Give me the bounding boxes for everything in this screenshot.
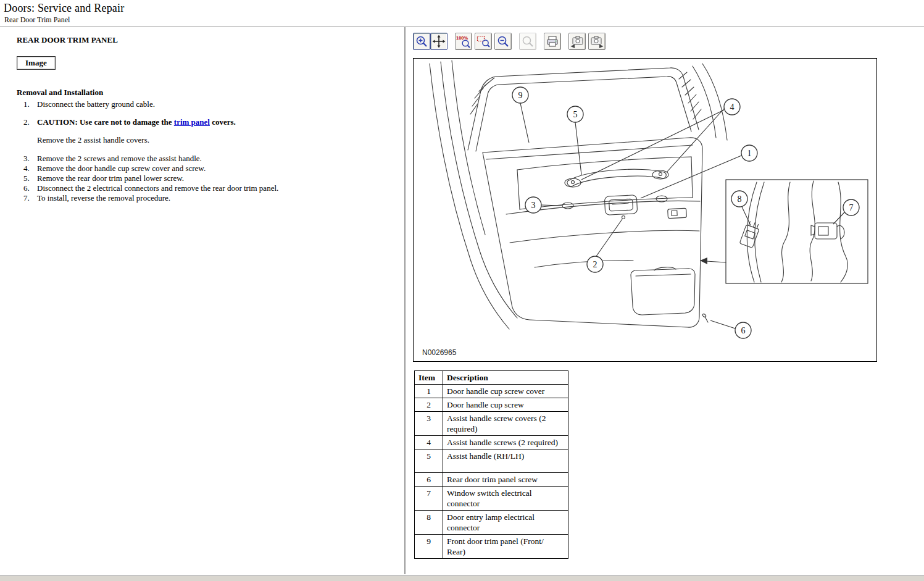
step-number: 6. [23, 183, 37, 193]
zoom-out-button[interactable] [494, 33, 512, 50]
parts-legend-table: Item Description 1 Door handle cup screw… [414, 370, 568, 559]
zoom-out-icon [496, 35, 510, 48]
assist-handle-screw-covers [562, 196, 667, 209]
step-number: 2. [23, 117, 37, 153]
zoom-in-button[interactable] [413, 33, 430, 50]
zoom-window-icon [477, 35, 490, 48]
previous-image-button[interactable] [568, 33, 586, 50]
table-header-row: Item Description [415, 371, 568, 385]
step-text: Remove the 2 screws and remove the assis… [37, 154, 386, 163]
callout-9: 9 [512, 87, 529, 143]
page-title: Doors: Service and Repair [4, 2, 924, 15]
zoom-100-icon: 100% [456, 35, 471, 48]
svg-text:3: 3 [531, 201, 536, 210]
trim-panel-link[interactable]: trim panel [174, 117, 210, 127]
step-number: 5. [23, 173, 37, 183]
page-subtitle: Rear Door Trim Panel [4, 15, 924, 25]
previous-image-icon [570, 35, 585, 48]
print-button[interactable] [544, 33, 561, 50]
part-desc-cell: Door handle cup screw cover [443, 385, 568, 398]
procedure-steps: 1. Disconnect the battery ground cable. … [23, 99, 386, 203]
table-row: 8 Door entry lamp electrical connector [415, 511, 568, 535]
trim-panel-screw [702, 314, 708, 322]
print-icon [546, 35, 559, 48]
image-viewer-pane: 100% [406, 27, 924, 574]
zoom-window-button[interactable] [475, 33, 492, 50]
part-item-cell: 8 [415, 511, 443, 535]
part-item-cell: 5 [415, 449, 443, 473]
part-item-cell: 3 [415, 412, 443, 436]
lower-panel [535, 261, 695, 315]
door-trim-diagram: 1 2 3 4 [414, 59, 876, 361]
callout-6: 6 [710, 320, 751, 338]
part-item-cell: 9 [415, 535, 443, 559]
svg-text:2: 2 [593, 260, 597, 269]
part-desc-cell: Rear door trim panel screw [443, 473, 568, 487]
callout-2: 2 [587, 219, 622, 272]
svg-text:8: 8 [738, 194, 742, 204]
door-handle-cup [604, 195, 637, 219]
figure-id-label: N0026965 [422, 348, 457, 357]
step-6: 6. Disconnect the 2 electrical connector… [23, 183, 386, 193]
window-frame [468, 68, 701, 151]
step-7: 7. To install, reverse the removal proce… [23, 193, 386, 203]
door-trim-outline [483, 138, 702, 327]
table-row: 2 Door handle cup screw [415, 398, 568, 412]
callout-3: 3 [525, 197, 562, 213]
step-text: CAUTION: Use care not to damage the trim… [37, 117, 386, 153]
svg-text:1: 1 [747, 149, 752, 158]
svg-text:7: 7 [849, 203, 854, 212]
step-text: Disconnect the battery ground cable. [37, 99, 386, 109]
zoom-in-icon [415, 35, 428, 48]
step-number: 4. [23, 164, 37, 173]
connector-inset [700, 180, 868, 283]
item-column-header: Item [415, 371, 443, 385]
next-image-icon [589, 35, 604, 48]
page-header: Doors: Service and Repair Rear Door Trim… [0, 0, 924, 27]
zoom-dynamic-icon [521, 35, 535, 48]
svg-text:4: 4 [730, 102, 735, 112]
table-row: 1 Door handle cup screw cover [415, 385, 568, 398]
step-4: 4. Remove the door handle cup screw cove… [23, 164, 386, 173]
part-desc-cell: Door handle cup screw [443, 398, 568, 412]
window-switch-connector [811, 223, 844, 239]
assist-handle [565, 169, 668, 187]
svg-text:9: 9 [518, 91, 523, 100]
caution-text: CAUTION: Use care not to damage the trim… [37, 117, 386, 127]
table-row: 5 Assist handle (RH/LH) [415, 449, 568, 473]
horizontal-scrollbar[interactable] [0, 575, 924, 581]
description-column-header: Description [443, 371, 568, 385]
viewer-toolbar: 100% [413, 32, 924, 51]
callout-7: 7 [833, 199, 859, 224]
zoom-100-button[interactable]: 100% [455, 33, 472, 50]
caution-after: covers. [210, 117, 236, 127]
zoom-dynamic-button[interactable] [519, 33, 536, 50]
part-desc-cell: Assist handle screw covers (2 required) [443, 412, 568, 436]
step-5: 5. Remove the rear door trim panel lower… [23, 173, 386, 183]
part-item-cell: 7 [415, 487, 443, 511]
next-image-button[interactable] [588, 33, 606, 50]
table-row: 3 Assist handle screw covers (2 required… [415, 412, 568, 436]
step-3: 3. Remove the 2 screws and remove the as… [23, 154, 386, 163]
image-button[interactable]: Image [17, 56, 56, 70]
step-number: 3. [23, 154, 37, 163]
part-desc-cell: Front door trim panel (Front/ Rear) [443, 535, 568, 559]
caution-bold: CAUTION: Use care not to damage the [37, 117, 174, 127]
callouts: 1 2 3 4 [512, 87, 859, 338]
table-row: 7 Window switch electrical connector [415, 487, 568, 511]
svg-text:5: 5 [573, 110, 578, 119]
table-row: 9 Front door trim panel (Front/ Rear) [415, 535, 568, 559]
diagram-viewport[interactable]: 1 2 3 4 [413, 58, 877, 362]
part-item-cell: 4 [415, 436, 443, 449]
svg-text:100%: 100% [456, 35, 468, 41]
part-desc-cell: Assist handle screws (2 required) [443, 436, 568, 449]
main-split: REAR DOOR TRIM PANEL Image Removal and I… [0, 27, 924, 574]
window-switch [668, 208, 687, 219]
procedure-heading: Removal and Installation [17, 88, 404, 98]
step-number: 1. [23, 99, 37, 109]
step-followup: Remove the 2 assist handle covers. [37, 135, 386, 144]
callout-4: 4 [581, 99, 740, 180]
pan-icon [432, 35, 446, 48]
pan-button[interactable] [430, 33, 447, 50]
table-row: 4 Assist handle screws (2 required) [415, 436, 568, 449]
